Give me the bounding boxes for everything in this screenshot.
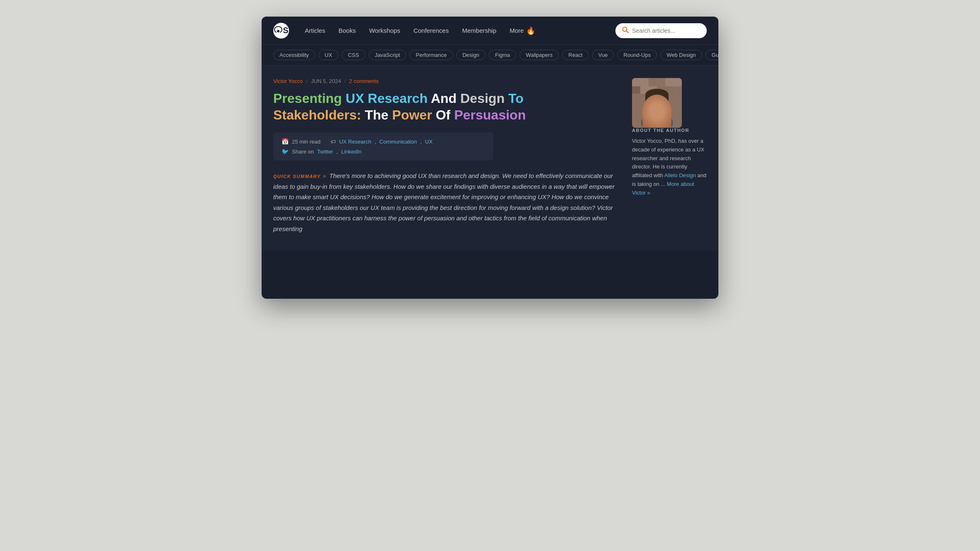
tag-icon: 🏷 — [331, 139, 336, 145]
tag-communication[interactable]: Communication — [380, 139, 417, 145]
quick-summary: QUICK SUMMARY»There's more to achieving … — [273, 171, 620, 234]
title-word-presenting: Presenting — [273, 91, 345, 106]
svg-rect-14 — [645, 95, 649, 103]
tag-react[interactable]: React — [562, 50, 589, 60]
logo-icon: S — [273, 23, 289, 39]
comments-link[interactable]: 2 comments — [349, 78, 379, 84]
title-word-of: Of — [436, 107, 454, 122]
svg-point-25 — [648, 109, 666, 117]
search-input[interactable] — [632, 27, 698, 34]
quick-summary-body: There's more to achieving good UX than r… — [273, 172, 615, 232]
article-date: JUN 5, 2024 — [311, 78, 341, 84]
tag-javascript[interactable]: JavaScript — [369, 50, 407, 60]
title-word-design: Design — [461, 91, 509, 106]
tag-accessibility[interactable]: Accessibility — [273, 50, 315, 60]
logo[interactable]: S — [273, 23, 289, 39]
title-word-to: To — [508, 91, 524, 106]
nav-more-label: More — [510, 27, 524, 34]
svg-point-19 — [660, 103, 663, 106]
breadcrumb: Victor Yocco / JUN 5, 2024 / 2 comments — [273, 78, 620, 84]
tag-design[interactable]: Design — [456, 50, 485, 60]
read-time-row: 📅 25 min read 🏷 UX Research, Communicati… — [282, 138, 485, 145]
tag-webdesign[interactable]: Web Design — [660, 50, 702, 60]
sidebar: ABOUT THE AUTHOR Victor Yocco, PhD, has … — [632, 78, 707, 234]
twitter-icon: 🐦 — [282, 148, 289, 155]
separator2: / — [344, 78, 346, 84]
nav-item-more[interactable]: More 🔥 — [504, 23, 541, 39]
title-word-research: Research — [368, 91, 431, 106]
tag-css[interactable]: CSS — [342, 50, 365, 60]
tag-ux-link[interactable]: UX — [425, 139, 433, 145]
title-word-and: And — [431, 91, 460, 106]
search-bar[interactable] — [615, 23, 707, 38]
quick-summary-label: QUICK SUMMARY — [273, 174, 321, 179]
svg-point-0 — [277, 30, 279, 32]
svg-point-26 — [655, 107, 659, 110]
svg-line-2 — [627, 31, 629, 33]
svg-rect-4 — [632, 78, 649, 86]
svg-rect-20 — [649, 102, 656, 107]
share-label: Share on — [292, 149, 314, 155]
tag-roundups[interactable]: Round-Ups — [617, 50, 657, 60]
title-word-ux: UX — [345, 91, 368, 106]
nav-item-workshops[interactable]: Workshops — [363, 24, 406, 37]
author-bio: Victor Yocco, PhD, has over a decade of … — [632, 137, 707, 197]
tag-ux-research[interactable]: UX Research — [339, 139, 371, 145]
tag-ux[interactable]: UX — [318, 50, 338, 60]
tags-bar: Accessibility UX CSS JavaScript Performa… — [262, 45, 718, 66]
meta-box: 📅 25 min read 🏷 UX Research, Communicati… — [273, 132, 493, 161]
author-photo — [632, 78, 682, 128]
svg-rect-21 — [658, 102, 664, 107]
article-title: Presenting UX Research And Design To Sta… — [273, 90, 620, 123]
allelo-link[interactable]: Allelo Design — [664, 172, 696, 178]
svg-point-16 — [650, 102, 655, 107]
header: S Articles Books Workshops Conferences M… — [262, 17, 718, 45]
separator: / — [306, 78, 308, 84]
nav-item-books[interactable]: Books — [333, 24, 362, 37]
nav-item-membership[interactable]: Membership — [456, 24, 502, 37]
tag-performance[interactable]: Performance — [409, 50, 453, 60]
svg-point-10 — [641, 111, 673, 128]
monitor-frame: S Articles Books Workshops Conferences M… — [262, 17, 718, 299]
share-row: 🐦 Share on Twitter, LinkedIn — [282, 148, 485, 155]
fire-icon: 🔥 — [526, 26, 535, 35]
title-word-stakeholders: Stakeholders: — [273, 107, 365, 122]
about-author-label: ABOUT THE AUTHOR — [632, 128, 707, 133]
svg-rect-5 — [649, 78, 665, 86]
main-nav: Articles Books Workshops Conferences Mem… — [299, 23, 612, 39]
title-word-power: Power — [392, 107, 436, 122]
svg-rect-9 — [632, 86, 640, 94]
svg-rect-6 — [665, 78, 682, 86]
title-word-persuasion: Persuasion — [454, 107, 526, 122]
tag-guides[interactable]: Guides — [706, 50, 718, 60]
svg-point-13 — [645, 89, 669, 100]
svg-point-17 — [659, 102, 664, 107]
quick-summary-arrow: » — [323, 172, 326, 179]
author-link[interactable]: Victor Yocco — [273, 78, 303, 84]
quick-summary-content: QUICK SUMMARY»There's more to achieving … — [273, 171, 620, 234]
title-word-the: The — [365, 107, 392, 122]
tag-wallpapers[interactable]: Wallpapers — [519, 50, 559, 60]
share-twitter[interactable]: Twitter — [317, 149, 333, 155]
read-time: 25 min read — [292, 139, 321, 145]
svg-rect-15 — [665, 95, 669, 103]
tag-figma[interactable]: Figma — [489, 50, 516, 60]
nav-item-articles[interactable]: Articles — [299, 24, 331, 37]
nav-item-conferences[interactable]: Conferences — [408, 24, 455, 37]
content-area: Victor Yocco / JUN 5, 2024 / 2 comments … — [262, 66, 718, 251]
main-content: Victor Yocco / JUN 5, 2024 / 2 comments … — [273, 78, 620, 234]
clock-icon: 📅 — [282, 138, 289, 145]
svg-rect-11 — [654, 110, 660, 118]
tag-vue[interactable]: Vue — [592, 50, 614, 60]
share-linkedin[interactable]: LinkedIn — [341, 149, 362, 155]
author-photo-svg — [632, 78, 682, 128]
search-icon — [622, 27, 629, 35]
svg-point-18 — [652, 103, 654, 106]
